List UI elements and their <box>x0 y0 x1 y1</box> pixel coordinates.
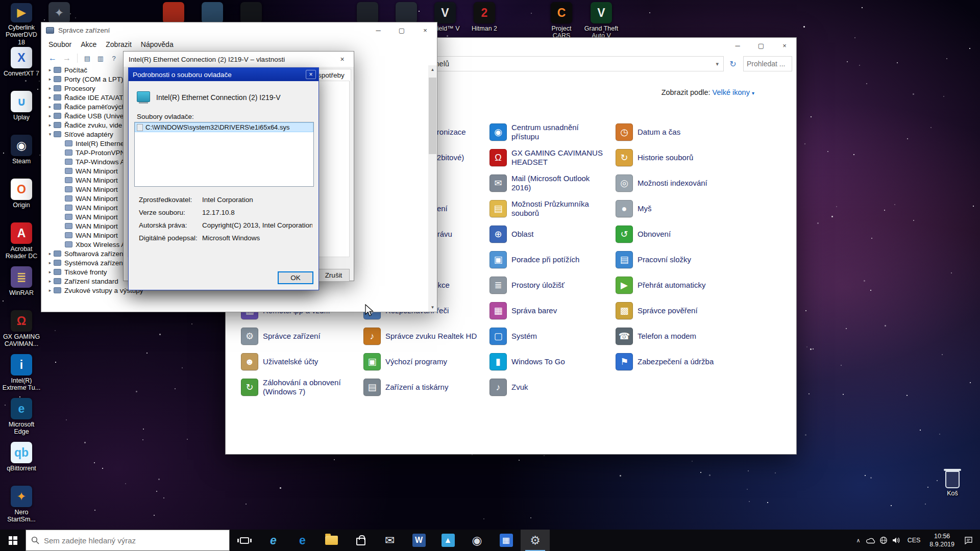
minimize-button[interactable]: ─ <box>366 22 390 38</box>
desktop-icon[interactable]: eMicrosoft Edge <box>1 397 42 441</box>
desktop-icon[interactable]: ✦Nero StartSm... <box>1 485 42 529</box>
close-button[interactable]: × <box>306 70 316 79</box>
control-panel-item[interactable]: ◷Datum a čas <box>616 119 737 145</box>
tree-expander-icon[interactable]: ▸ <box>46 95 54 100</box>
control-panel-item[interactable]: ΩGX GAMING CAVIMANUS HEADSET <box>489 145 611 170</box>
control-panel-item[interactable]: ☎Telefon a modem <box>616 323 737 349</box>
maximize-button[interactable]: ▢ <box>749 38 773 53</box>
tree-expander-icon[interactable]: ▸ <box>46 122 54 128</box>
taskbar-clock[interactable]: 10:56 8.9.2019 <box>925 532 959 549</box>
taskbar-app-word[interactable]: W <box>404 530 433 551</box>
control-panel-item[interactable]: ▤Pracovní složky <box>616 247 737 272</box>
recycle-bin[interactable]: Koš <box>933 471 972 497</box>
menu-item-nápověda[interactable]: Nápověda <box>136 40 178 48</box>
driver-file-row-selected[interactable]: C:\WINDOWS\system32\DRIVERS\e1i65x64.sys <box>135 122 313 132</box>
tab-power-management[interactable]: spotřeby <box>314 69 351 81</box>
desktop-icon[interactable]: qbqBittorrent <box>1 441 42 485</box>
volume-icon[interactable] <box>890 537 903 544</box>
control-panel-item[interactable]: ◎Možnosti indexování <box>616 170 737 196</box>
control-panel-item[interactable]: ♪Zvuk <box>489 374 611 400</box>
scrollbar-thumb[interactable] <box>429 78 436 154</box>
tree-expander-icon[interactable]: ▸ <box>46 104 54 109</box>
taskbar-app-device-manager[interactable]: ⚙ <box>521 530 550 551</box>
device-manager-titlebar[interactable]: Správce zařízení ─ ▢ × <box>41 22 437 38</box>
control-panel-item[interactable]: ⚙Správce zařízení <box>241 323 362 349</box>
search-input[interactable] <box>747 57 792 71</box>
minimize-button[interactable]: ─ <box>726 38 749 53</box>
tree-expander-icon[interactable]: ▸ <box>46 77 54 82</box>
desktop-icon[interactable]: OOrigin <box>1 178 42 221</box>
control-panel-item[interactable]: ▩Správce pověření <box>616 298 737 323</box>
tree-scrollbar[interactable]: ▲ ▼ <box>428 65 437 312</box>
taskbar-app-screenshot-tool[interactable]: ◉ <box>462 530 492 551</box>
search-box[interactable] <box>743 56 792 71</box>
control-panel-item[interactable]: ▣Výchozí programy <box>363 349 485 374</box>
start-button[interactable] <box>0 530 26 551</box>
menu-item-zobrazit[interactable]: Zobrazit <box>101 40 136 48</box>
dialog-titlebar[interactable]: Intel(R) Ethernet Connection (2) I219-V … <box>124 52 354 67</box>
language-indicator[interactable]: CES <box>903 537 925 544</box>
taskbar-app-internet-explorer[interactable]: e <box>259 530 288 551</box>
desktop-icon[interactable]: ΩGX GAMING CAVIMAN... <box>1 309 42 353</box>
tree-expander-icon[interactable]: ▸ <box>46 86 54 91</box>
desktop-icon[interactable]: ◉Steam <box>1 134 42 178</box>
maximize-button[interactable]: ▢ <box>390 22 413 38</box>
desktop-icon[interactable]: iIntel(R) Extreme Tu... <box>1 353 42 397</box>
dialog-titlebar[interactable]: Podrobnosti o souboru ovladače × <box>129 68 318 81</box>
scroll-down-icon[interactable]: ▼ <box>428 303 437 312</box>
control-panel-item[interactable]: ▢Systém <box>489 323 611 349</box>
taskbar-app-file-explorer[interactable] <box>317 530 346 551</box>
forward-icon[interactable]: → <box>63 54 71 63</box>
control-panel-item[interactable]: ♪Správce zvuku Realtek HD <box>363 323 485 349</box>
menu-item-soubor[interactable]: Soubor <box>44 40 76 48</box>
tree-expander-icon[interactable]: ▸ <box>46 279 54 284</box>
control-panel-item[interactable]: ◉Centrum usnadnění přístupu <box>489 119 611 145</box>
taskbar-search-input[interactable] <box>44 536 224 545</box>
control-panel-item[interactable]: ▶Přehrát automaticky <box>616 272 737 298</box>
tree-expander-icon[interactable]: ▸ <box>46 288 54 293</box>
control-panel-item[interactable]: ↺Obnovení <box>616 221 737 247</box>
close-button[interactable]: × <box>331 52 354 67</box>
network-icon[interactable] <box>877 536 890 544</box>
control-panel-item[interactable]: ✉Mail (Microsoft Outlook 2016) <box>489 170 611 196</box>
ok-button[interactable]: OK <box>278 271 313 284</box>
back-icon[interactable]: ← <box>48 54 57 63</box>
taskbar-app-photos-app[interactable]: ▦ <box>492 530 521 551</box>
help-icon[interactable]: ? <box>108 53 120 64</box>
tree-expander-icon[interactable]: ▸ <box>46 269 54 274</box>
view-by-dropdown-icon[interactable]: ▾ <box>752 90 754 96</box>
close-button[interactable]: × <box>773 38 796 53</box>
driver-files-list[interactable]: C:\WINDOWS\system32\DRIVERS\e1i65x64.sys <box>134 122 314 187</box>
close-button[interactable]: × <box>413 22 437 38</box>
control-panel-item[interactable]: ≣Prostory úložišť <box>489 272 611 298</box>
tree-expander-icon[interactable]: ▸ <box>46 251 54 256</box>
tree-expander-icon[interactable]: ▾ <box>46 132 54 137</box>
control-panel-item[interactable]: ▤Zařízení a tiskárny <box>363 374 485 400</box>
control-panel-item[interactable]: ⚑Zabezpečení a údržba <box>616 349 737 374</box>
control-panel-item[interactable]: ▦Správa barev <box>489 298 611 323</box>
cancel-button[interactable]: Zrušit <box>317 269 350 282</box>
control-panel-item[interactable]: ●Myš <box>616 196 737 221</box>
view-by-value-link[interactable]: Velké ikony <box>713 88 750 96</box>
desktop-icon[interactable]: ≣WinRAR <box>1 265 42 309</box>
address-dropdown-icon[interactable]: ▾ <box>711 61 723 67</box>
control-panel-item[interactable]: ↻Zálohování a obnovení (Windows 7) <box>241 374 362 400</box>
tree-expander-icon[interactable]: ▸ <box>46 67 54 72</box>
task-view-button[interactable] <box>230 530 259 551</box>
taskbar-app-store[interactable] <box>346 530 375 551</box>
control-panel-item[interactable]: ☻Uživatelské účty <box>241 349 362 374</box>
onedrive-cloud-icon[interactable] <box>865 537 877 544</box>
control-panel-item[interactable]: ▤Možnosti Průzkumníka souborů <box>489 196 611 221</box>
refresh-button[interactable]: ↻ <box>726 56 740 71</box>
tree-expander-icon[interactable]: ▸ <box>46 260 54 265</box>
control-panel-item[interactable]: ⊕Oblast <box>489 221 611 247</box>
console-tree-icon[interactable]: ▤ <box>81 53 93 64</box>
desktop-icon[interactable]: ∪Uplay <box>1 90 42 134</box>
taskbar-app-edge[interactable]: e <box>288 530 317 551</box>
control-panel-item[interactable]: ▣Poradce při potížích <box>489 247 611 272</box>
scroll-up-icon[interactable]: ▲ <box>428 65 437 74</box>
tree-expander-icon[interactable]: ▸ <box>46 113 54 118</box>
control-panel-item[interactable]: ↻Historie souborů <box>616 145 737 170</box>
desktop-icon[interactable]: AAcrobat Reader DC <box>1 221 42 265</box>
taskbar-app-mail[interactable]: ✉ <box>375 530 404 551</box>
